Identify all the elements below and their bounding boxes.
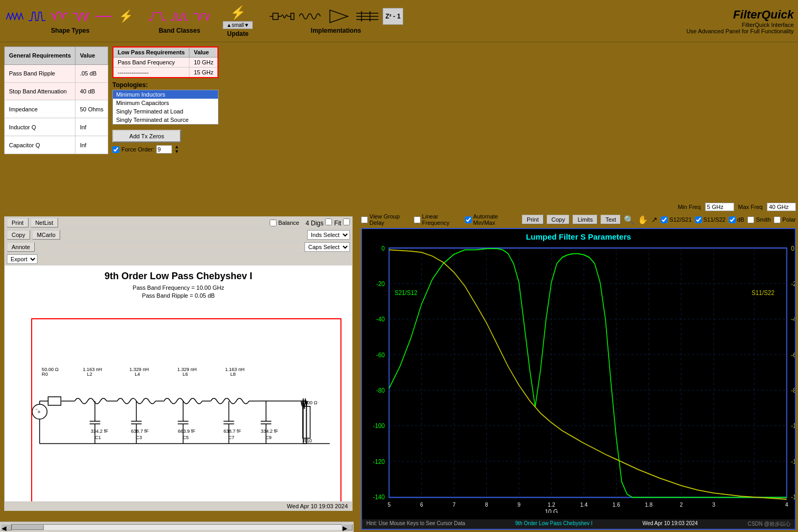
linear-freq-checkbox[interactable] [414, 216, 421, 223]
graph-limits-button[interactable]: Limits [573, 215, 597, 224]
band-class-2[interactable] [169, 8, 190, 25]
coupled-lines-icon[interactable] [354, 8, 381, 25]
polar-text: Polar [782, 216, 796, 223]
svg-text:+: + [37, 409, 41, 415]
svg-text:S11/S22: S11/S22 [752, 289, 774, 297]
force-order-label: Force Order: [121, 146, 154, 153]
shape-type-4[interactable] [71, 8, 92, 25]
gen-req-row-2[interactable]: Impedance 50 Ohms [5, 100, 108, 118]
db-checkbox[interactable] [729, 216, 736, 223]
svg-text:7: 7 [452, 501, 455, 508]
graph-copy-button[interactable]: Copy [547, 215, 570, 224]
svg-text:-120: -120 [373, 458, 385, 466]
svg-text:1.2: 1.2 [548, 501, 555, 508]
lc-ladder-icon[interactable] [269, 8, 295, 25]
gen-req-row-1[interactable]: Stop Band Attenuation 40 dB [5, 82, 108, 100]
right-panel: Min Freq 5 GHz Max Freq 40 GHz View Grou… [359, 201, 798, 532]
schematic-box: 50.00 Ω R0 1.163 nH L2 1.329 nH L4 1.329… [31, 318, 341, 505]
coil-icon[interactable] [297, 8, 324, 25]
inds-select[interactable]: Inds Select [307, 230, 350, 240]
pan-icon[interactable]: ✋ [638, 215, 648, 225]
small-selector[interactable]: ▲small▼ [223, 21, 253, 29]
balance-checkbox[interactable] [270, 220, 277, 226]
graph-print-button[interactable]: Print [522, 215, 544, 224]
add-tx-zeros-button[interactable]: Add Tx Zeros [112, 130, 181, 142]
scrollbar-thumb[interactable] [12, 525, 44, 530]
schematic-svg: 50.00 Ω R0 1.163 nH L2 1.329 nH L4 1.329… [32, 319, 340, 504]
min-freq-label: Min Freq [678, 204, 700, 210]
circuit-annote-button[interactable]: Annote [7, 242, 35, 252]
scroll-right-button[interactable]: ▶ [342, 524, 353, 530]
svg-text:2: 2 [680, 501, 683, 508]
svg-text:~: ~ [35, 407, 38, 412]
circuit-mcarlo-button[interactable]: MCarlo [32, 230, 60, 240]
app-subtitle2: Use Advanced Panel for Full Functionalit… [686, 28, 794, 34]
svg-text:C7: C7 [229, 435, 235, 440]
z2-icon[interactable]: Z² - 1 [383, 8, 403, 25]
band-class-1[interactable] [147, 8, 168, 25]
balance-row: Balance [270, 220, 299, 226]
svg-rect-2 [273, 13, 278, 20]
automate-minmax-checkbox[interactable] [465, 216, 472, 223]
s12-s21-checkbox[interactable] [661, 216, 668, 223]
gen-req-label-2: Impedance [5, 100, 75, 118]
band-class-3[interactable] [191, 8, 212, 25]
amplifier-icon[interactable] [326, 8, 352, 25]
topology-item-3[interactable]: Singly Terminated at Source [113, 116, 218, 124]
cursor-icon[interactable]: ↗ [651, 215, 658, 224]
update-lightning-icon[interactable]: ⚡ [230, 4, 246, 21]
svg-text:C5: C5 [183, 435, 189, 440]
polar-checkbox[interactable] [774, 216, 781, 223]
graph-timestamp: Wed Apr 10 19:03 2024 [642, 520, 698, 528]
zoom-icon[interactable]: 🔍 [624, 215, 634, 225]
digs-checkbox[interactable] [325, 218, 332, 225]
shape-type-2[interactable] [26, 8, 48, 25]
gen-req-value-4: Inf [75, 136, 108, 154]
gen-req-value-3: Inf [75, 118, 108, 136]
scroll-left-button[interactable]: ◀ [1, 524, 12, 530]
gen-req-row-4[interactable]: Capacitor Q Inf [5, 136, 108, 154]
max-freq-label: Max Freq [738, 204, 763, 210]
gen-req-header2: Value [75, 47, 108, 65]
shape-type-1[interactable] [4, 8, 25, 25]
graph-title: Lumped Filter S Parameters [362, 229, 795, 241]
circuit-subtitle2: Pass Band Ripple = 0.05 dB [5, 292, 352, 300]
graph-text-button[interactable]: Text [601, 215, 621, 224]
circuit-toolbar-row3: Annote Caps Select [5, 241, 352, 253]
lightning-icon[interactable]: ⚡ [115, 8, 136, 25]
view-group-delay-checkbox[interactable] [361, 216, 368, 223]
gen-req-label-4: Capacitor Q [5, 136, 75, 154]
export-select[interactable]: Export [7, 254, 37, 264]
fit-section: Fit [334, 218, 350, 227]
topology-item-1[interactable]: Minimum Capacitors [113, 99, 218, 107]
force-order-checkbox[interactable] [112, 146, 119, 153]
band-classes-label: Band Classes [159, 27, 201, 34]
caps-select[interactable]: Caps Select [305, 242, 350, 252]
svg-text:3: 3 [712, 501, 715, 508]
force-order-input[interactable]: 9 [156, 145, 172, 154]
smith-checkbox[interactable] [747, 216, 754, 223]
shape-type-icons: ⚡ [4, 8, 136, 25]
circuit-copy-button[interactable]: Copy [7, 230, 30, 240]
fit-checkbox[interactable] [343, 218, 350, 225]
svg-text:0: 0 [382, 245, 385, 252]
gen-req-row-0[interactable]: Pass Band Ripple .05 dB [5, 64, 108, 82]
shape-type-5[interactable] [93, 8, 114, 25]
scrollbar-track[interactable] [12, 524, 342, 530]
shape-type-3[interactable] [49, 8, 70, 25]
s11-s22-text: S11/S22 [704, 216, 726, 223]
max-freq-input[interactable]: 40 GHz [767, 203, 796, 211]
force-order-spinner[interactable]: ▲ ▼ [174, 145, 179, 154]
s11-s22-checkbox[interactable] [695, 216, 702, 223]
svg-text:R0: R0 [42, 372, 48, 377]
topology-item-0[interactable]: Minimum Inductors [113, 90, 218, 99]
circuit-print-button[interactable]: Print [7, 218, 28, 227]
topology-item-2[interactable]: Singly Terminated at Load [113, 107, 218, 116]
lp-req-row-0[interactable]: Pass Band Frequency 10 GHz [113, 58, 218, 68]
lp-req-row-1[interactable]: ---------------- 15 GHz [113, 68, 218, 78]
circuit-netlist-button[interactable]: NetList [31, 218, 58, 227]
svg-text:0: 0 [791, 245, 794, 252]
min-freq-input[interactable]: 5 GHz [705, 203, 734, 211]
circuit-toolbar-row4: Export [5, 253, 352, 265]
gen-req-row-3[interactable]: Inductor Q Inf [5, 118, 108, 136]
